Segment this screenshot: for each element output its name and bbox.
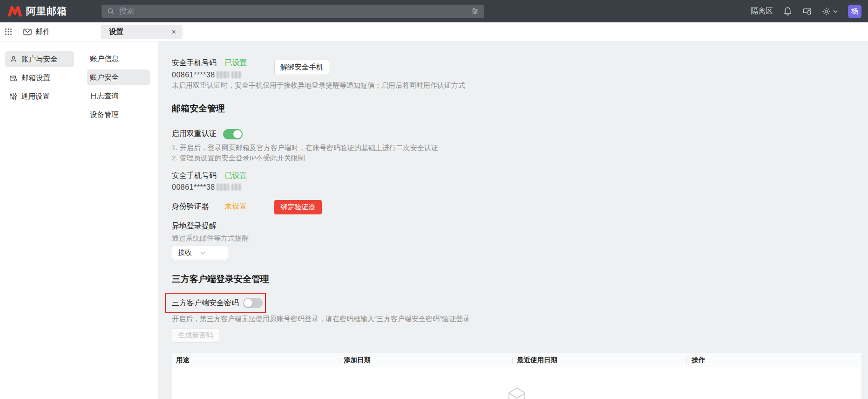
app-launcher-grid-icon[interactable] xyxy=(5,28,12,35)
secure-phone-row: 安全手机号码 已设置 xyxy=(172,58,247,68)
alimail-logo-icon xyxy=(7,5,22,17)
third-party-note: 开启后，第三方客户端无法使用原账号密码登录，请在密码框输入“三方客户端安全密码”… xyxy=(172,315,470,323)
authenticator-row: 身份验证器 未设置 xyxy=(172,202,247,212)
bind-authenticator-button[interactable]: 绑定验证器 xyxy=(274,200,322,214)
divider xyxy=(18,28,18,36)
section-title-third-party: 三方客户端登录安全管理 xyxy=(172,273,269,285)
secure-phone-label: 安全手机号码 xyxy=(172,171,223,181)
mail-nav-label: 邮件 xyxy=(35,27,50,37)
tune-sliders-icon xyxy=(10,93,17,100)
gear-icon xyxy=(822,7,831,16)
masked-phone-number: 00861****38 xyxy=(172,183,241,192)
brand-name: 阿里邮箱 xyxy=(26,5,67,18)
main-content: 安全手机号码 已设置 解绑安全手机 00861****38 未启用双重认证时，安… xyxy=(158,41,868,399)
multi-device-icon[interactable] xyxy=(802,7,812,16)
column-header-date-added: 添加日期 xyxy=(344,353,371,367)
sidebar-item-label: 通用设置 xyxy=(21,92,50,102)
sidebar-item-label: 账户与安全 xyxy=(21,55,58,64)
section-title-mailbox-security: 邮箱安全管理 xyxy=(172,103,225,115)
divider xyxy=(512,357,513,364)
masked-phone-number: 00861****38 xyxy=(172,71,241,79)
user-icon xyxy=(10,55,17,63)
sidebar-item-general-settings[interactable]: 通用设置 xyxy=(5,89,74,104)
avatar[interactable]: 杨 xyxy=(848,5,861,18)
third-party-password-highlight-box: 三方客户端安全密码 xyxy=(165,293,266,313)
topbar-right: 隔离区 xyxy=(751,0,861,22)
empty-state-envelope-icon xyxy=(506,386,528,399)
divider xyxy=(339,357,339,364)
authenticator-label: 身份验证器 xyxy=(172,202,223,212)
status-badge: 已设置 xyxy=(224,172,247,179)
remote-login-select[interactable]: 接收 xyxy=(172,246,228,260)
redacted-phone-digits xyxy=(231,71,241,78)
column-header-purpose: 用途 xyxy=(176,353,190,367)
two-factor-row: 启用双重认证 xyxy=(172,129,243,139)
close-icon[interactable]: × xyxy=(171,28,176,36)
brand: 阿里邮箱 xyxy=(7,0,67,22)
topbar: 阿里邮箱 隔离区 xyxy=(0,0,868,22)
search-icon xyxy=(107,7,115,15)
tab-settings-label: 设置 xyxy=(109,27,171,37)
two-factor-label: 启用双重认证 xyxy=(172,130,217,138)
two-factor-note-1: 1. 开启后，登录网页邮箱及官方客户端时，在账号密码验证的基础上进行二次安全认证 xyxy=(172,144,438,152)
search-filter-icon[interactable] xyxy=(471,7,479,15)
subnav-item-log-query[interactable]: 日志查询 xyxy=(87,88,150,104)
search-bar[interactable] xyxy=(102,5,484,18)
settings-menu[interactable] xyxy=(822,7,838,16)
phone-visible-part: 00861****38 xyxy=(172,183,215,191)
status-badge: 未设置 xyxy=(224,202,247,210)
status-badge: 已设置 xyxy=(224,59,247,67)
subnav-item-device-management[interactable]: 设备管理 xyxy=(87,107,150,123)
column-header-last-used: 最近使用日期 xyxy=(517,353,557,367)
quarantine-link[interactable]: 隔离区 xyxy=(751,7,773,16)
mail-settings-icon xyxy=(10,75,17,82)
redacted-phone-digits xyxy=(231,184,241,191)
sidebar-item-label: 邮箱设置 xyxy=(21,73,50,83)
unbind-secure-phone-button[interactable]: 解绑安全手机 xyxy=(274,60,329,75)
generate-new-password-button[interactable]: 生成新密码 xyxy=(172,328,219,343)
notification-bell-icon[interactable] xyxy=(783,7,792,16)
chevron-down-icon xyxy=(200,251,223,255)
two-factor-note-2: 2. 管理员设置的安全登录IP不受此开关限制 xyxy=(172,154,305,163)
remote-login-select-value: 接收 xyxy=(178,248,200,257)
search-input[interactable] xyxy=(119,7,471,15)
third-party-password-toggle[interactable] xyxy=(243,298,263,308)
secure-phone-note: 未启用双重认证时，安全手机仅用于接收异地登录提醒等通知短信；启用后将同时用作认证… xyxy=(172,81,465,90)
divider xyxy=(79,41,79,399)
subnav: 账户信息 账户安全 日志查询 设备管理 xyxy=(79,41,158,399)
phone-visible-part: 00861****38 xyxy=(172,71,215,79)
password-table: 用途 添加日期 最近使用日期 操作 xyxy=(172,353,861,399)
app-window: 阿里邮箱 隔离区 xyxy=(0,0,868,399)
column-header-actions: 操作 xyxy=(692,353,705,367)
divider xyxy=(686,357,687,364)
remote-login-hint: 通过系统邮件等方式提醒 xyxy=(172,234,249,243)
envelope-icon xyxy=(23,28,32,35)
third-party-password-label: 三方客户端安全密码 xyxy=(172,298,239,308)
sidebar: 账户与安全 邮箱设置 通用设置 xyxy=(0,41,79,399)
remote-login-label: 异地登录提醒 xyxy=(172,221,217,231)
two-factor-toggle[interactable] xyxy=(223,129,243,139)
redacted-phone-digits xyxy=(217,184,229,191)
chevron-down-icon xyxy=(833,10,838,13)
sidebar-item-mailbox-settings[interactable]: 邮箱设置 xyxy=(5,70,74,86)
tabbar: 邮件 设置 × xyxy=(0,22,868,41)
secure-phone-label: 安全手机号码 xyxy=(172,58,223,68)
mail-nav-button[interactable]: 邮件 xyxy=(23,22,50,41)
tab-settings[interactable]: 设置 × xyxy=(101,25,183,39)
table-empty-body xyxy=(172,366,861,399)
sidebar-item-account-security[interactable]: 账户与安全 xyxy=(5,51,74,67)
redacted-phone-digits xyxy=(217,71,229,78)
subnav-item-account-security[interactable]: 账户安全 xyxy=(87,69,150,85)
secure-phone-row-2: 安全手机号码 已设置 xyxy=(172,171,247,181)
subnav-item-account-info[interactable]: 账户信息 xyxy=(87,51,150,67)
table-header-row: 用途 添加日期 最近使用日期 操作 xyxy=(172,353,861,366)
